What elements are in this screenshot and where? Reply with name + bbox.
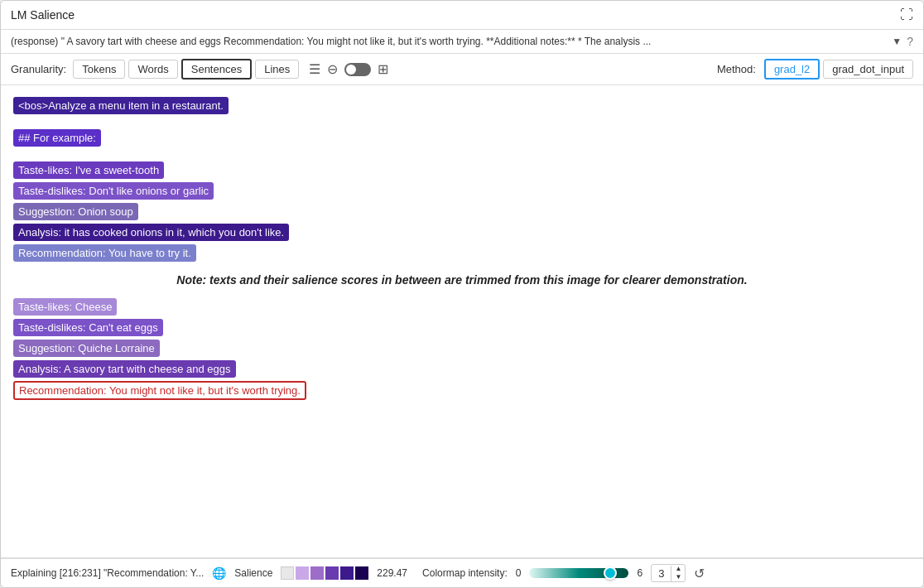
response-bar: (response) " A savory tart with cheese a… — [1, 30, 923, 54]
sentence-s5[interactable]: Suggestion: Onion soup — [13, 203, 138, 220]
window-title: LM Salience — [11, 8, 75, 22]
grid-icon[interactable]: ⊞ — [378, 61, 388, 77]
colormap-label: Colormap intensity: — [422, 567, 508, 579]
sentence-s4[interactable]: Taste-dislikes: Don't like onions or gar… — [13, 182, 214, 200]
swatch-4 — [340, 566, 354, 580]
sentence-taste-likes-2[interactable]: Taste-likes: Cheese — [12, 296, 912, 317]
refresh-icon[interactable]: ↺ — [694, 566, 705, 581]
method-grad-l2[interactable]: grad_l2 — [764, 59, 820, 80]
swatch-1 — [296, 566, 309, 580]
spinner-box: 3 ▲ ▼ — [651, 564, 686, 582]
trimmed-note: Note: texts and their salience scores in… — [12, 263, 912, 296]
minus-circle-icon[interactable]: ⊖ — [327, 61, 338, 77]
swatch-5 — [355, 566, 368, 580]
spacer-1 — [12, 116, 912, 128]
sentence-s3[interactable]: Taste-likes: I've a sweet-tooth — [13, 161, 164, 179]
sentence-s9[interactable]: Taste-dislikes: Can't eat eggs — [13, 319, 163, 336]
sentence-taste-dislikes-2[interactable]: Taste-dislikes: Can't eat eggs — [12, 317, 912, 338]
sentence-s1[interactable]: <bos>Analyze a menu item in a restaurant… — [13, 97, 229, 114]
sentence-for-example[interactable]: ## For example: — [12, 128, 912, 148]
granularity-label: Granularity: — [11, 63, 66, 75]
sentence-s6[interactable]: Analysis: it has cooked onions in it, wh… — [13, 224, 289, 241]
salience-swatches — [281, 566, 368, 580]
menu-icon[interactable]: ☰ — [309, 61, 320, 77]
spinner-down[interactable]: ▼ — [671, 573, 685, 581]
sentence-s2[interactable]: ## For example: — [13, 129, 101, 147]
content-area[interactable]: <bos>Analyze a menu item in a restaurant… — [1, 85, 923, 558]
sentence-s11[interactable]: Analysis: A savory tart with cheese and … — [13, 360, 236, 378]
status-bar: Explaining [216:231] "Recommendation: Y.… — [1, 558, 923, 587]
sentence-analysis-1[interactable]: Analysis: it has cooked onions in it, wh… — [12, 222, 912, 243]
tab-sentences[interactable]: Sentences — [181, 59, 252, 80]
method-label: Method: — [717, 63, 756, 75]
colormap-slider-thumb[interactable] — [604, 566, 617, 580]
swatch-2 — [310, 566, 324, 580]
sentence-suggestion-2[interactable]: Suggestion: Quiche Lorraine — [12, 338, 912, 359]
sentence-recommendation-2[interactable]: Recommendation: You might not like it, b… — [12, 379, 912, 402]
sentence-taste-dislikes-1[interactable]: Taste-dislikes: Don't like onions or gar… — [12, 181, 912, 201]
sentence-suggestion-1[interactable]: Suggestion: Onion soup — [12, 201, 912, 222]
colormap-slider[interactable] — [529, 568, 628, 578]
sentence-recommendation-1[interactable]: Recommendation: You have to try it. — [12, 243, 912, 263]
sentence-bos[interactable]: <bos>Analyze a menu item in a restaurant… — [12, 95, 912, 116]
response-text: (response) " A savory tart with cheese a… — [11, 36, 887, 47]
help-icon[interactable]: ? — [907, 35, 913, 48]
spinner-up[interactable]: ▲ — [671, 565, 685, 573]
lm-salience-window: LM Salience ⛶ (response) " A savory tart… — [0, 0, 924, 588]
sentence-s7[interactable]: Recommendation: You have to try it. — [13, 244, 196, 262]
sentence-taste-likes-1[interactable]: Taste-likes: I've a sweet-tooth — [12, 160, 912, 181]
toolbar: Granularity: Tokens Words Sentences Line… — [1, 54, 923, 85]
explaining-text: Explaining [216:231] "Recommendation: Y.… — [11, 567, 204, 579]
earth-icon: 🌐 — [212, 566, 226, 580]
swatch-3 — [325, 566, 339, 580]
spinner-value: 3 — [652, 566, 671, 581]
response-chevron-icon[interactable]: ▼ — [892, 36, 902, 47]
tab-tokens[interactable]: Tokens — [73, 60, 125, 79]
salience-label: Salience — [234, 567, 272, 579]
tab-lines[interactable]: Lines — [255, 60, 299, 79]
spacer-2 — [12, 148, 912, 160]
toggle-switch[interactable] — [344, 63, 371, 76]
expand-icon[interactable]: ⛶ — [900, 7, 913, 22]
method-grad-dot-input[interactable]: grad_dot_input — [823, 60, 913, 79]
sentence-analysis-2[interactable]: Analysis: A savory tart with cheese and … — [12, 359, 912, 379]
sentence-s12[interactable]: Recommendation: You might not like it, b… — [13, 381, 306, 400]
colormap-max: 6 — [637, 567, 642, 579]
salience-max-value: 229.47 — [377, 567, 407, 579]
sentence-s8[interactable]: Taste-likes: Cheese — [13, 298, 117, 316]
sentence-s10[interactable]: Suggestion: Quiche Lorraine — [13, 340, 160, 357]
spinner-arrows[interactable]: ▲ ▼ — [671, 565, 685, 581]
swatch-0 — [281, 566, 294, 580]
colormap-min: 0 — [516, 567, 522, 579]
tab-words[interactable]: Words — [128, 60, 177, 79]
toolbar-icons: ☰ ⊖ ⊞ — [309, 61, 388, 77]
title-bar: LM Salience ⛶ — [1, 1, 923, 30]
